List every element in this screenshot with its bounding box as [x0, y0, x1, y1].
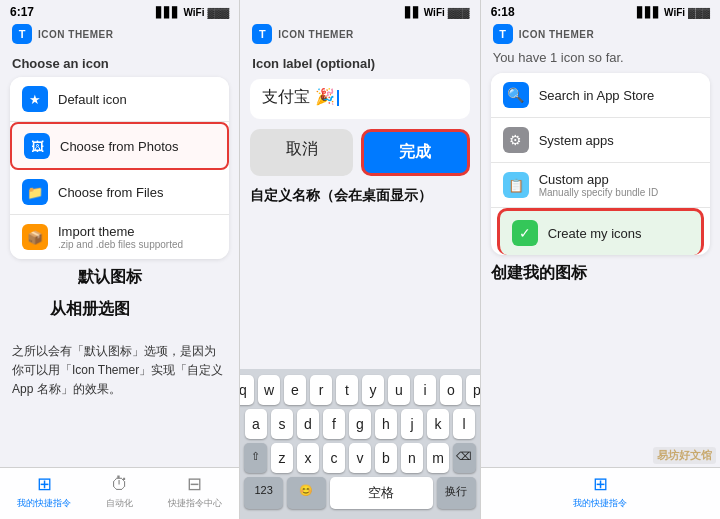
input-value: 支付宝 🎉: [262, 88, 334, 105]
key-s[interactable]: s: [271, 409, 293, 439]
app-icon-1: T: [12, 24, 32, 44]
key-return[interactable]: 换行: [437, 477, 476, 509]
keyboard: q w e r t y u i o p a s d f g h j k l ⇧ …: [240, 369, 479, 519]
import-label: Import theme: [58, 224, 183, 239]
time-1: 6:17: [10, 5, 34, 19]
status-icons-3: ▋▋▋ WiFi ▓▓▓: [637, 7, 710, 18]
key-j[interactable]: j: [401, 409, 423, 439]
battery-icon: ▓▓▓: [207, 7, 229, 18]
tab-shortcuts-3[interactable]: ⊞ 我的快捷指令: [573, 473, 627, 510]
tab-automation-1[interactable]: ⏱ 自动化: [106, 473, 133, 510]
photos-icon: 🖼: [24, 133, 50, 159]
tab-shortcuts-label-3: 我的快捷指令: [573, 497, 627, 510]
key-h[interactable]: h: [375, 409, 397, 439]
tab-gallery-label-1: 快捷指令中心: [168, 497, 222, 510]
key-m[interactable]: m: [427, 443, 449, 473]
key-y[interactable]: y: [362, 375, 384, 405]
tab-bar-3: ⊞ 我的快捷指令: [481, 467, 720, 519]
done-button[interactable]: 完成: [361, 129, 470, 176]
tab-shortcuts-label-1: 我的快捷指令: [17, 497, 71, 510]
cancel-button[interactable]: 取消: [250, 129, 353, 176]
annotation-default: 默认图标: [78, 267, 142, 288]
key-t[interactable]: t: [336, 375, 358, 405]
kb-row-1: q w e r t y u i o p: [244, 375, 475, 405]
app-header-1: T ICON THEMER: [0, 22, 239, 48]
key-delete[interactable]: ⌫: [453, 443, 476, 473]
key-f[interactable]: f: [323, 409, 345, 439]
key-a[interactable]: a: [245, 409, 267, 439]
key-w[interactable]: w: [258, 375, 280, 405]
default-icon: ★: [22, 86, 48, 112]
time-3: 6:18: [491, 5, 515, 19]
key-c[interactable]: c: [323, 443, 345, 473]
key-shift[interactable]: ⇧: [244, 443, 267, 473]
import-sub: .zip and .deb files supported: [58, 239, 183, 250]
key-l[interactable]: l: [453, 409, 475, 439]
menu-item-create[interactable]: ✓ Create my icons: [497, 208, 704, 255]
key-u[interactable]: u: [388, 375, 410, 405]
create-label: Create my icons: [548, 226, 642, 241]
status-icons-2: ▋▋ WiFi ▓▓▓: [405, 7, 470, 18]
menu-list-3: 🔍 Search in App Store ⚙ System apps 📋 Cu…: [491, 73, 710, 255]
status-bar-1: 6:17 ▋▋▋ WiFi ▓▓▓: [0, 0, 239, 22]
app-icon-3: T: [493, 24, 513, 44]
photos-label: Choose from Photos: [60, 139, 179, 154]
key-g[interactable]: g: [349, 409, 371, 439]
app-header-3: T ICON THEMER: [481, 22, 720, 48]
key-r[interactable]: r: [310, 375, 332, 405]
wifi-icon-2: WiFi: [424, 7, 445, 18]
status-icons-1: ▋▋▋ WiFi ▓▓▓: [156, 7, 229, 18]
key-emoji[interactable]: 😊: [287, 477, 326, 509]
annotation-create: 创建我的图标: [491, 264, 587, 281]
tab-shortcuts-1[interactable]: ⊞ 我的快捷指令: [17, 473, 71, 510]
signal-icon-2: ▋▋: [405, 7, 421, 18]
battery-icon-2: ▓▓▓: [448, 7, 470, 18]
annotation-area-1: 默认图标: [10, 267, 229, 297]
key-x[interactable]: x: [297, 443, 319, 473]
customapp-label: Custom app: [539, 172, 659, 187]
gallery-icon: ⊟: [184, 473, 206, 495]
import-icon: 📦: [22, 224, 48, 250]
key-z[interactable]: z: [271, 443, 293, 473]
key-b[interactable]: b: [375, 443, 397, 473]
key-123[interactable]: 123: [244, 477, 283, 509]
customapp-icon: 📋: [503, 172, 529, 198]
automation-icon: ⏱: [109, 473, 131, 495]
annotation-area-p2: 自定义名称（会在桌面显示）: [240, 180, 479, 211]
app-name-1: ICON THEMER: [38, 29, 114, 40]
key-space[interactable]: 空格: [330, 477, 433, 509]
key-o[interactable]: o: [440, 375, 462, 405]
key-d[interactable]: d: [297, 409, 319, 439]
status-bar-3: 6:18 ▋▋▋ WiFi ▓▓▓: [481, 0, 720, 22]
tab-bar-1: ⊞ 我的快捷指令 ⏱ 自动化 ⊟ 快捷指令中心: [0, 467, 239, 519]
appstore-label: Search in App Store: [539, 88, 655, 103]
panel-1: 6:17 ▋▋▋ WiFi ▓▓▓ T ICON THEMER Choose a…: [0, 0, 240, 519]
key-q[interactable]: q: [240, 375, 254, 405]
app-header-2: T ICON THEMER: [240, 22, 479, 48]
menu-item-systemapps[interactable]: ⚙ System apps: [491, 118, 710, 163]
annotation-customname: 自定义名称（会在桌面显示）: [250, 187, 432, 203]
menu-item-files[interactable]: 📁 Choose from Files: [10, 170, 229, 215]
key-n[interactable]: n: [401, 443, 423, 473]
signal-icon-3: ▋▋▋: [637, 7, 661, 18]
customapp-text-group: Custom app Manually specify bundle ID: [539, 172, 659, 198]
status-bar-2: ▋▋ WiFi ▓▓▓: [240, 0, 479, 22]
label-input[interactable]: 支付宝 🎉: [250, 79, 469, 119]
menu-item-customapp[interactable]: 📋 Custom app Manually specify bundle ID: [491, 163, 710, 208]
key-p[interactable]: p: [466, 375, 481, 405]
files-icon: 📁: [22, 179, 48, 205]
import-text-group: Import theme .zip and .deb files support…: [58, 224, 183, 250]
panel-2: ▋▋ WiFi ▓▓▓ T ICON THEMER Icon label (op…: [240, 0, 480, 519]
tab-gallery-1[interactable]: ⊟ 快捷指令中心: [168, 473, 222, 510]
annotation-photos: 从相册选图: [50, 299, 130, 320]
dialog-buttons: 取消 完成: [250, 129, 469, 176]
menu-item-appstore[interactable]: 🔍 Search in App Store: [491, 73, 710, 118]
menu-item-default[interactable]: ★ Default icon: [10, 77, 229, 122]
key-k[interactable]: k: [427, 409, 449, 439]
key-e[interactable]: e: [284, 375, 306, 405]
shortcuts-icon: ⊞: [33, 473, 55, 495]
key-i[interactable]: i: [414, 375, 436, 405]
menu-item-import[interactable]: 📦 Import theme .zip and .deb files suppo…: [10, 215, 229, 259]
key-v[interactable]: v: [349, 443, 371, 473]
menu-item-photos[interactable]: 🖼 Choose from Photos: [10, 122, 229, 170]
